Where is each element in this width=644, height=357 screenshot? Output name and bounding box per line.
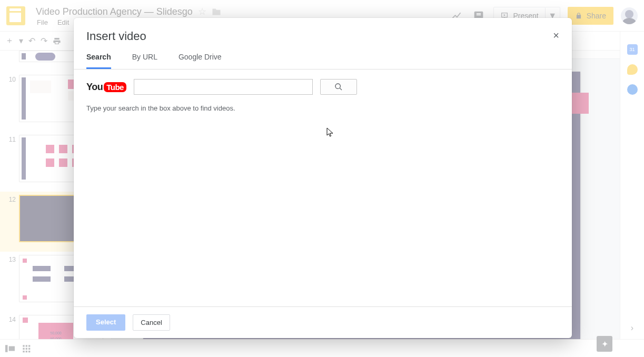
- search-icon: [334, 83, 343, 91]
- select-button[interactable]: Select: [86, 314, 125, 331]
- tab-google-drive[interactable]: Google Drive: [179, 53, 222, 69]
- search-hint: Type your search in the box above to fin…: [86, 104, 559, 112]
- tab-by-url[interactable]: By URL: [132, 53, 157, 69]
- youtube-logo-icon: YouTube: [86, 82, 126, 93]
- tab-search[interactable]: Search: [86, 53, 111, 69]
- close-icon[interactable]: ×: [553, 29, 559, 42]
- dialog-title: Insert video: [86, 29, 146, 43]
- cancel-button[interactable]: Cancel: [133, 314, 170, 331]
- video-search-input[interactable]: [134, 79, 313, 95]
- youtube-logo-text-tube: Tube: [104, 82, 126, 92]
- dialog-tabs: Search By URL Google Drive: [74, 47, 572, 70]
- search-button[interactable]: [320, 79, 357, 95]
- insert-video-dialog: Insert video × Search By URL Google Driv…: [74, 18, 572, 338]
- youtube-logo-text-you: You: [86, 82, 103, 93]
